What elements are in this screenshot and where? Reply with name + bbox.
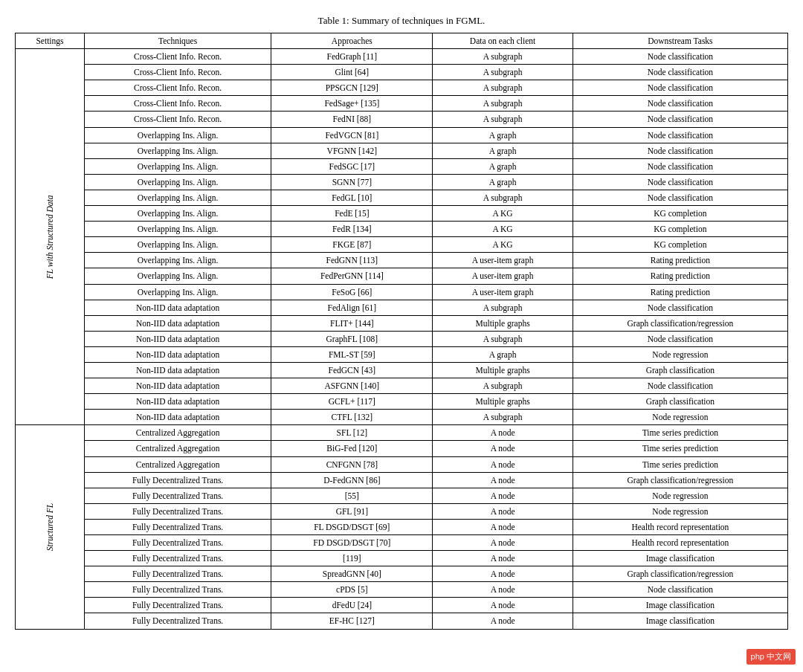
table-cell: KG completion xyxy=(573,206,787,222)
table-cell: FedPerGNN [114] xyxy=(271,268,433,284)
col-header-settings: Settings xyxy=(16,33,85,49)
table-cell: Fully Decentralized Trans. xyxy=(84,488,271,503)
table-cell: Overlapping Ins. Align. xyxy=(84,190,271,205)
table-cell: Graph classification xyxy=(573,394,787,410)
table-cell: Overlapping Ins. Align. xyxy=(84,158,271,174)
table-cell: FedGL [10] xyxy=(271,190,433,205)
main-table: Settings Techniques Approaches Data on e… xyxy=(15,33,788,630)
table-cell: A node xyxy=(433,488,573,503)
table-cell: Overlapping Ins. Align. xyxy=(84,268,271,284)
table-row: Overlapping Ins. Align.FedR [134]A KGKG … xyxy=(16,222,788,237)
table-cell: SGNN [77] xyxy=(271,174,433,190)
col-header-data: Data on each client xyxy=(433,33,573,49)
table-row: Overlapping Ins. Align.FKGE [87]A KGKG c… xyxy=(16,237,788,253)
table-cell: Node classification xyxy=(573,174,787,190)
table-cell: Fully Decentralized Trans. xyxy=(84,598,271,613)
table-cell: A subgraph xyxy=(433,80,573,96)
table-cell: D-FedGNN [86] xyxy=(271,472,433,488)
table-row: Non-IID data adaptationFLIT+ [144]Multip… xyxy=(16,315,788,331)
table-row: Fully Decentralized Trans.[119]A nodeIma… xyxy=(16,551,788,566)
col-header-techniques: Techniques xyxy=(84,33,271,49)
table-cell: Centralized Aggregation xyxy=(84,425,271,441)
table-cell: Rating prediction xyxy=(573,284,787,300)
table-cell: GFL [91] xyxy=(271,503,433,519)
table-cell: Image classification xyxy=(573,551,787,566)
table-cell: Non-IID data adaptation xyxy=(84,331,271,346)
table-row: Overlapping Ins. Align.FedGL [10]A subgr… xyxy=(16,190,788,205)
table-cell: A user-item graph xyxy=(433,284,573,300)
table-cell: Overlapping Ins. Align. xyxy=(84,127,271,143)
table-row: Cross-Client Info. Recon.FedNI [88]A sub… xyxy=(16,112,788,127)
table-cell: Node regression xyxy=(573,488,787,503)
table-row: Non-IID data adaptationFedAlign [61]A su… xyxy=(16,300,788,315)
table-row: Fully Decentralized Trans.D-FedGNN [86]A… xyxy=(16,472,788,488)
table-cell: FedGraph [11] xyxy=(271,49,433,65)
table-cell: Multiple graphs xyxy=(433,362,573,378)
table-cell: A user-item graph xyxy=(433,268,573,284)
table-cell: Node classification xyxy=(573,127,787,143)
table-cell: FD DSGD/DSGT [70] xyxy=(271,535,433,551)
table-cell: GCFL+ [117] xyxy=(271,394,433,410)
table-row: Fully Decentralized Trans.EF-HC [127]A n… xyxy=(16,613,788,629)
table-row: Non-IID data adaptationFedGCN [43]Multip… xyxy=(16,362,788,378)
table-cell: FedSage+ [135] xyxy=(271,96,433,112)
table-cell: FeSoG [66] xyxy=(271,284,433,300)
table-cell: Fully Decentralized Trans. xyxy=(84,613,271,629)
table-cell: A subgraph xyxy=(433,378,573,394)
table-cell: Node classification xyxy=(573,96,787,112)
table-cell: FLIT+ [144] xyxy=(271,315,433,331)
table-cell: Node regression xyxy=(573,410,787,425)
table-cell: Fully Decentralized Trans. xyxy=(84,472,271,488)
table-cell: Time series prediction xyxy=(573,456,787,472)
table-row: Fully Decentralized Trans.FD DSGD/DSGT [… xyxy=(16,535,788,551)
table-cell: Overlapping Ins. Align. xyxy=(84,237,271,253)
table-row: Non-IID data adaptationCTFL [132]A subgr… xyxy=(16,410,788,425)
table-cell: Overlapping Ins. Align. xyxy=(84,253,271,268)
table-cell: [119] xyxy=(271,551,433,566)
table-cell: Cross-Client Info. Recon. xyxy=(84,49,271,65)
table-cell: SFL [12] xyxy=(271,425,433,441)
table-cell: Non-IID data adaptation xyxy=(84,410,271,425)
settings-cell-1: Structured FL xyxy=(16,425,85,629)
table-cell: [55] xyxy=(271,488,433,503)
table-cell: PPSGCN [129] xyxy=(271,80,433,96)
table-row: Structured FLCentralized AggregationSFL … xyxy=(16,425,788,441)
table-cell: KG completion xyxy=(573,237,787,253)
table-row: Cross-Client Info. Recon.PPSGCN [129]A s… xyxy=(16,80,788,96)
table-cell: CTFL [132] xyxy=(271,410,433,425)
table-cell: A node xyxy=(433,425,573,441)
table-cell: A graph xyxy=(433,158,573,174)
table-cell: Image classification xyxy=(573,613,787,629)
table-cell: dFedU [24] xyxy=(271,598,433,613)
table-cell: A node xyxy=(433,519,573,534)
table-cell: A subgraph xyxy=(433,300,573,315)
table-cell: Fully Decentralized Trans. xyxy=(84,535,271,551)
table-row: Centralized AggregationCNFGNN [78]A node… xyxy=(16,456,788,472)
table-cell: Overlapping Ins. Align. xyxy=(84,222,271,237)
table-row: Overlapping Ins. Align.FedE [15]A KGKG c… xyxy=(16,206,788,222)
table-cell: Fully Decentralized Trans. xyxy=(84,566,271,582)
table-cell: A subgraph xyxy=(433,96,573,112)
col-header-approaches: Approaches xyxy=(271,33,433,49)
table-row: Overlapping Ins. Align.FedPerGNN [114]A … xyxy=(16,268,788,284)
table-cell: A graph xyxy=(433,346,573,362)
table-cell: A subgraph xyxy=(433,410,573,425)
table-row: Cross-Client Info. Recon.Glint [64]A sub… xyxy=(16,65,788,80)
table-cell: Non-IID data adaptation xyxy=(84,346,271,362)
table-cell: Multiple graphs xyxy=(433,315,573,331)
table-cell: A node xyxy=(433,613,573,629)
table-cell: Node classification xyxy=(573,300,787,315)
table-cell: FedGNN [113] xyxy=(271,253,433,268)
table-cell: A KG xyxy=(433,222,573,237)
table-cell: Node classification xyxy=(573,143,787,158)
table-cell: A graph xyxy=(433,127,573,143)
table-cell: A node xyxy=(433,441,573,456)
table-cell: Node regression xyxy=(573,346,787,362)
table-cell: GraphFL [108] xyxy=(271,331,433,346)
table-cell: FedGCN [43] xyxy=(271,362,433,378)
table-row: Non-IID data adaptationASFGNN [140]A sub… xyxy=(16,378,788,394)
table-cell: Non-IID data adaptation xyxy=(84,378,271,394)
table-cell: Centralized Aggregation xyxy=(84,456,271,472)
table-cell: A node xyxy=(433,598,573,613)
table-cell: A graph xyxy=(433,174,573,190)
